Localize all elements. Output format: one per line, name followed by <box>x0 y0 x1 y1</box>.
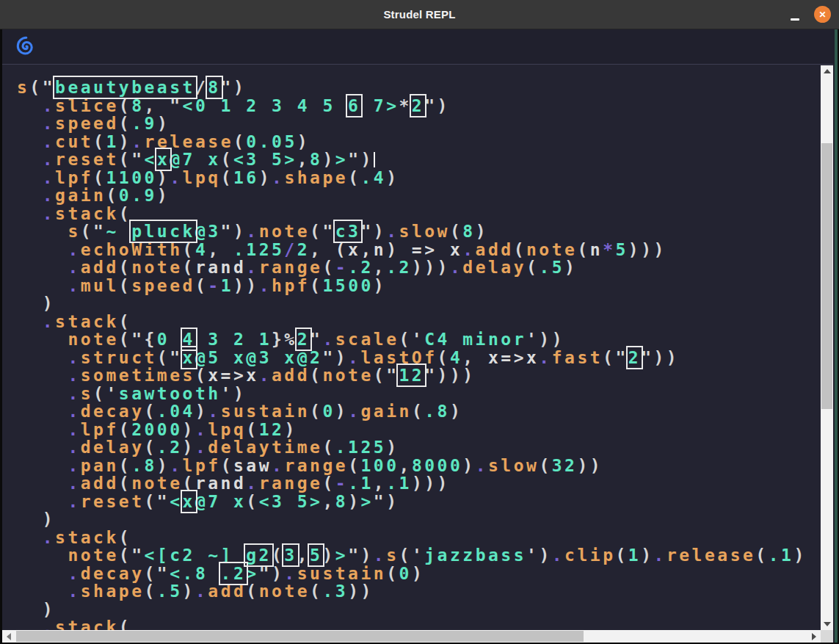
code-area[interactable]: s("beautybeast/8") .slice(8, "<0 1 2 3 4… <box>2 65 821 630</box>
code-token: ( <box>450 222 462 241</box>
code-token <box>17 510 43 529</box>
titlebar[interactable]: Strudel REPL ✕ <box>0 0 839 29</box>
code-token: note <box>131 258 182 277</box>
code-token: cut <box>55 132 93 151</box>
code-token: .5 <box>539 258 564 277</box>
strudel-spiral-logo[interactable] <box>16 36 37 57</box>
code-line[interactable]: s("beautybeast/8") <box>17 79 821 97</box>
code-line[interactable]: ) <box>17 294 821 313</box>
code-line[interactable]: .add(note(rand.range(-.1,.1))) <box>17 474 821 493</box>
code-line[interactable]: .reset("<x@7 x(<3 5>,8)>") <box>17 493 821 511</box>
code-line[interactable]: note("{0 4 3 2 1}%2".scale('C4 minor')) <box>17 330 821 349</box>
code-token: 0 <box>399 564 412 583</box>
vertical-scrollbar-thumb[interactable] <box>821 143 832 409</box>
code-token <box>17 384 68 403</box>
code-token: . <box>43 132 55 151</box>
code-token: , " <box>145 96 183 115</box>
code-token: . <box>450 258 462 277</box>
code-token: < <box>170 492 182 511</box>
code-token: sometimes <box>81 366 195 385</box>
code-line[interactable]: .pan(.8).lpf(saw.range(100,8000).slow(32… <box>17 457 821 475</box>
code-line[interactable]: .sometimes(x=>x.add(note("12"))) <box>17 366 821 385</box>
code-line[interactable]: .lpf(2000).lpq(12) <box>17 421 821 439</box>
code-line[interactable]: .echoWith(4, .125/2, (x,n) => x.add(note… <box>17 241 821 259</box>
code-line[interactable]: .stack( <box>17 618 821 630</box>
code-token: s <box>386 546 399 565</box>
code-token: 2 <box>297 240 310 259</box>
code-token: ( <box>310 276 322 295</box>
code-token: 3 2 1 <box>195 330 272 349</box>
code-token: .4 <box>361 168 387 187</box>
code-token: . <box>195 438 208 457</box>
code-line[interactable]: note("<[c2 ~] g2(3,5)>").s('jazzbass').c… <box>17 546 821 565</box>
horizontal-scrollbar[interactable] <box>2 630 821 643</box>
window-border-left <box>0 29 2 644</box>
code-token: 100 <box>361 456 399 475</box>
scroll-down-arrow-icon[interactable] <box>824 622 831 626</box>
code-line[interactable]: s("~ pluck@3").note("c3").slow(8) <box>17 222 821 241</box>
code-token: )) <box>577 456 603 475</box>
window-title: Strudel REPL <box>383 8 455 21</box>
scroll-up-arrow-icon[interactable] <box>824 69 831 73</box>
code-token: - <box>335 474 348 493</box>
code-token: 0 <box>157 330 183 349</box>
scrollbar-corner <box>821 630 833 643</box>
code-line[interactable]: .s('sawtooth') <box>17 385 821 403</box>
code-line[interactable]: .lpf(1100).lpq(16).shape(.4) <box>17 169 821 187</box>
code-token: .1 <box>386 474 412 493</box>
code-line[interactable]: .shape(.5).add(note(.3)) <box>17 582 821 601</box>
scroll-right-arrow-icon[interactable] <box>812 633 816 640</box>
code-token: ( <box>246 582 258 601</box>
code-token: .2 <box>386 258 412 277</box>
code-line[interactable]: .add(note(rand.range(-.2,.2))).delay(.5) <box>17 258 821 277</box>
horizontal-scrollbar-thumb[interactable] <box>16 631 584 642</box>
code-line[interactable]: .gain(0.9) <box>17 187 821 205</box>
code-line[interactable]: .stack( <box>17 313 821 331</box>
code-line[interactable]: .struct("x@5 x@3 x@2").lastOf(4, x=>x.fa… <box>17 349 821 367</box>
close-button[interactable]: ✕ <box>814 6 831 23</box>
code-token: . <box>68 240 80 259</box>
code-line[interactable]: .decay(.04).sustain(0).gain(.8) <box>17 402 821 421</box>
strudel-repl-window: Strudel REPL ✕ s("beautybeast/8") .slice… <box>0 0 839 644</box>
code-line[interactable]: .cut(1).release(0.05) <box>17 133 821 151</box>
code-token: . <box>68 366 80 385</box>
code-token: ') <box>221 384 247 403</box>
code-token: sawtooth <box>119 384 221 403</box>
code-token: .2 <box>157 438 183 457</box>
code-token: ) <box>43 510 55 529</box>
scroll-left-arrow-icon[interactable] <box>7 633 11 640</box>
code-token: 1 <box>106 132 118 151</box>
code-line[interactable]: ) <box>17 510 821 529</box>
minimize-button[interactable] <box>787 10 803 22</box>
code-token: . <box>68 582 80 601</box>
code-line[interactable]: .stack( <box>17 529 821 547</box>
code-line[interactable]: .slice(8, "<0 1 2 3 4 5 6 7>*2") <box>17 97 821 115</box>
code-token: (' <box>399 546 425 565</box>
code-token: . <box>68 420 80 439</box>
code-token: delay <box>81 438 145 457</box>
code-token: ") <box>424 96 450 115</box>
code-line[interactable]: .delay(.2).delaytime(.125) <box>17 438 821 457</box>
code-token: shape <box>81 582 145 601</box>
code-editor[interactable]: s("beautybeast/8") .slice(8, "<0 1 2 3 4… <box>2 65 821 630</box>
code-line[interactable]: .decay("<.8 .2>").sustain(0) <box>17 565 821 583</box>
code-token: <[c2 ~] <box>144 546 246 565</box>
code-token: . <box>68 402 80 421</box>
code-token: , <box>297 150 310 169</box>
vertical-scrollbar[interactable] <box>821 65 833 630</box>
code-line[interactable]: .stack( <box>17 205 821 223</box>
code-token: )) <box>348 582 374 601</box>
code-token: , <box>310 240 335 259</box>
code-line[interactable]: .speed(.9) <box>17 115 821 133</box>
code-token: decay <box>81 402 145 421</box>
code-line[interactable]: .mul(speed(-1)).hpf(1500) <box>17 277 821 295</box>
code-token: add <box>208 582 246 601</box>
active-token: .2 <box>221 564 247 583</box>
code-token: , <box>322 492 335 511</box>
code-token: ( <box>526 258 539 277</box>
code-token: add <box>81 258 119 277</box>
code-line[interactable]: .reset("<x@7 x(<3 5>,8)>") <box>17 151 821 169</box>
code-token: > <box>246 564 258 583</box>
code-token: decay <box>81 564 145 583</box>
code-line[interactable]: ) <box>17 601 821 619</box>
